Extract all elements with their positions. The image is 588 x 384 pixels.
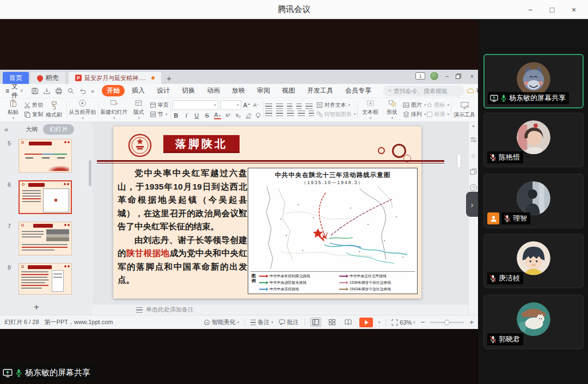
tab-home[interactable]: 首页 (3, 72, 29, 84)
notes-bar[interactable]: 单击此处添加备注 (93, 304, 468, 315)
tab-outline[interactable]: 大纲 (26, 125, 38, 133)
help-icon[interactable]: ? (470, 184, 477, 191)
increase-indent-icon[interactable] (296, 103, 302, 109)
ribbon-tab-design[interactable]: 设计 (152, 85, 175, 96)
decrease-font-button[interactable]: A⁻ (253, 102, 260, 108)
maximize-button[interactable]: □ (541, 0, 563, 19)
cut-button[interactable]: 剪切 (24, 101, 43, 109)
tab-slides[interactable]: 幻灯片 (43, 124, 74, 135)
format-painter-button[interactable]: 格式刷 (43, 99, 65, 120)
participant-tile[interactable]: 庚洁桢 (483, 234, 584, 288)
font-color-button[interactable]: A (214, 112, 221, 119)
slide-thumbnail-5[interactable] (19, 139, 72, 173)
presenter-window-badge[interactable]: 1 (415, 72, 425, 80)
ribbon-tab-member[interactable]: 会员专享 (340, 85, 376, 96)
print-icon[interactable] (55, 87, 63, 95)
superscript-button[interactable]: X² (224, 113, 231, 118)
strikethrough-button[interactable]: S (204, 112, 211, 119)
undo-icon[interactable] (79, 87, 87, 95)
play-options-caret[interactable]: ▾ (378, 320, 381, 325)
wps-close-button[interactable]: × (468, 73, 476, 80)
clear-format-icon[interactable] (245, 112, 252, 119)
search-input[interactable] (394, 88, 459, 94)
scroll-up-icon[interactable]: ▲ (471, 124, 475, 127)
line-spacing-icon[interactable] (305, 103, 313, 109)
align-center-icon[interactable] (276, 111, 283, 116)
more-quick-icon[interactable]: » (91, 88, 94, 94)
textbox-button[interactable]: A 文本框 (359, 99, 381, 120)
underline-button[interactable]: U (193, 112, 200, 119)
new-tab-button[interactable]: + (167, 74, 171, 84)
canvas-scrollbar-thumb[interactable] (457, 154, 461, 168)
collapse-video-panel-button[interactable]: › (466, 192, 478, 217)
export-pdf-icon[interactable] (43, 87, 51, 95)
ribbon-tab-view[interactable]: 视图 (277, 85, 300, 96)
ribbon-tab-insert[interactable]: 插入 (127, 85, 150, 96)
ribbon-tab-transition[interactable]: 切换 (177, 85, 200, 96)
save-icon[interactable] (31, 87, 39, 95)
italic-button[interactable]: I (183, 112, 190, 119)
properties-icon[interactable] (470, 136, 477, 143)
print-preview-icon[interactable] (67, 87, 75, 95)
smart-graphic-button[interactable]: 转智能图形 (316, 111, 356, 118)
zoom-in-button[interactable]: + (469, 318, 474, 326)
reading-view-button[interactable] (343, 318, 354, 327)
distribute-icon[interactable] (309, 111, 314, 116)
justify-icon[interactable] (298, 111, 305, 116)
new-slide-button[interactable]: 新建幻灯片 (100, 99, 128, 120)
subscript-button[interactable]: X₂ (235, 113, 242, 118)
add-slide-button[interactable]: + (34, 302, 39, 313)
slide-6[interactable]: 落脚陕北 党中央率中央红军越过六盘山，于1935年10月19日到达西北革命根据地… (113, 126, 421, 298)
paste-button[interactable]: 粘贴 (2, 99, 24, 120)
bullet-list-icon[interactable] (265, 103, 272, 109)
ribbon-tab-devtools[interactable]: 开发工具 (302, 85, 338, 96)
slide-thumbnail-8[interactable] (19, 263, 72, 295)
picture-button[interactable]: 图片 (403, 101, 426, 109)
collapse-panel-icon[interactable]: « (4, 125, 8, 133)
wps-account-avatar[interactable] (430, 72, 438, 80)
slide-thumbnail-7[interactable] (19, 222, 72, 255)
ribbon-tab-animation[interactable]: 动画 (202, 85, 225, 96)
layout-button[interactable]: 版式 (128, 99, 150, 120)
fit-zoom-control[interactable]: 63%▾ (391, 319, 415, 326)
font-name-select[interactable] (173, 100, 218, 110)
increase-font-button[interactable]: A⁺ (243, 102, 250, 109)
align-text-button[interactable]: 对齐文本 (316, 101, 356, 109)
command-search[interactable] (383, 86, 464, 96)
comments-toggle[interactable]: 批注 (279, 318, 299, 326)
wps-restore-button[interactable] (456, 74, 463, 79)
slide-canvas[interactable]: 落脚陕北 党中央率中央红军越过六盘山，于1935年10月19日到达西北革命根据地… (93, 122, 468, 304)
shapes-button[interactable]: 形状 (381, 99, 403, 120)
minimize-button[interactable]: − (519, 0, 541, 19)
arrange-button[interactable]: 排列 (403, 111, 426, 118)
participant-tile[interactable]: 陈艳惜 (483, 113, 584, 167)
numbered-list-icon[interactable] (276, 103, 283, 109)
slide-sorter-view-button[interactable] (327, 318, 338, 327)
participant-tile[interactable]: 郭晓君 (483, 295, 584, 349)
file-menu[interactable]: ≡ 文件 ∨ (3, 82, 26, 100)
album-button[interactable]: 相册 (426, 111, 450, 118)
participant-tile-sharer[interactable]: 杨东敏的屏幕共享 (483, 54, 584, 108)
slide-thumbnail-6-selected[interactable] (19, 180, 72, 214)
zoom-slider[interactable] (430, 322, 464, 323)
decrease-indent-icon[interactable] (287, 103, 292, 109)
align-right-icon[interactable] (287, 111, 294, 116)
smart-beautify-button[interactable]: 智能美化▾ (204, 318, 240, 326)
presentation-tools-button[interactable]: 演示工具 (453, 99, 476, 120)
bold-button[interactable]: B (173, 112, 180, 119)
close-button[interactable]: × (563, 0, 585, 19)
align-left-icon[interactable] (265, 111, 272, 116)
zoom-slider-thumb[interactable] (444, 320, 450, 325)
wps-minimize-button[interactable]: − (443, 73, 451, 80)
play-from-current-button[interactable]: 从当前开始 (69, 99, 96, 120)
font-size-select[interactable] (220, 100, 241, 110)
layout-pane-icon[interactable] (470, 168, 477, 175)
panel-scrollbar-thumb[interactable] (89, 160, 91, 186)
ribbon-tab-slideshow[interactable]: 放映 (227, 85, 250, 96)
slideshow-play-button[interactable] (359, 318, 373, 327)
notes-toggle[interactable]: 备注▾ (250, 318, 273, 326)
icon-library-button[interactable]: 图标 (426, 101, 450, 109)
ribbon-tab-home[interactable]: 开始 (102, 85, 125, 96)
copy-button[interactable]: 复制 (24, 111, 43, 118)
effects-icon[interactable]: ☆ (470, 152, 476, 160)
